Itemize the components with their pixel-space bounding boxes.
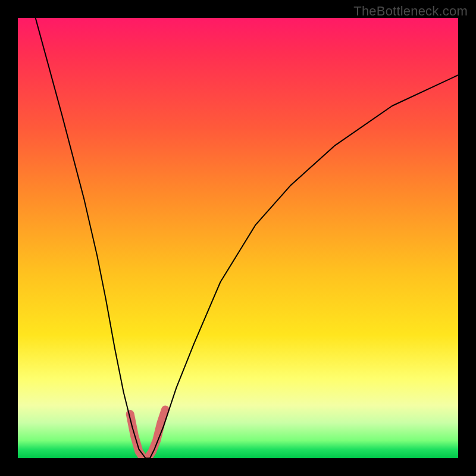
- chart-svg: [18, 18, 458, 458]
- watermark-text: TheBottleneck.com: [353, 4, 468, 19]
- chart-container: TheBottleneck.com: [0, 0, 476, 476]
- plot-area: [18, 18, 458, 458]
- bottleneck-curve-path: [36, 18, 458, 458]
